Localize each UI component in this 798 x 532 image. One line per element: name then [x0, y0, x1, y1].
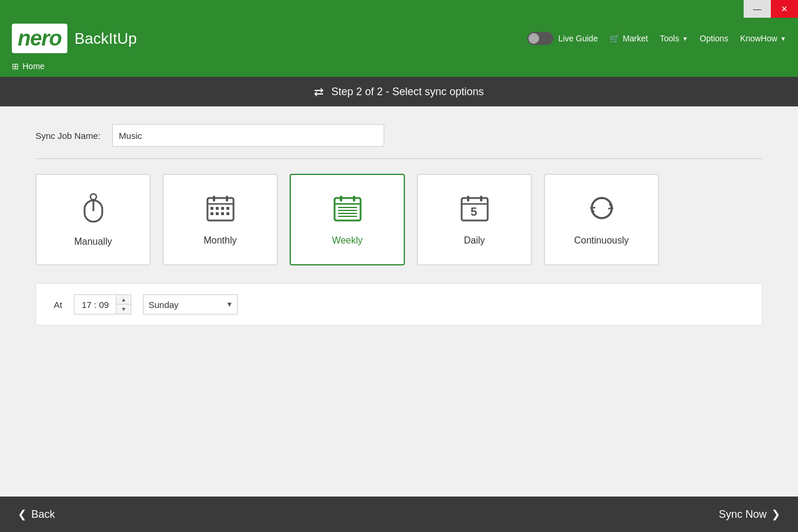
continuously-label: Continuously	[574, 235, 629, 246]
svg-rect-27	[480, 196, 482, 202]
minutes-value: 09	[99, 300, 109, 310]
knowhow-chevron-icon: ▼	[780, 35, 786, 42]
divider	[35, 158, 763, 159]
market-nav-item[interactable]: 🛒 Market	[609, 34, 648, 43]
sync-job-row: Sync Job Name:	[35, 124, 763, 147]
step-title: Step 2 of 2 - Select sync options	[331, 86, 484, 98]
svg-rect-7	[226, 196, 228, 202]
schedule-card-continuously[interactable]: Continuously	[544, 174, 659, 265]
app-header: nero BackItUp Live Guide 🛒 Market Tools …	[0, 0, 798, 77]
home-nav-item[interactable]: ⊞ Home	[12, 61, 44, 71]
svg-text:5: 5	[471, 205, 477, 218]
sync-now-button[interactable]: Sync Now ❯	[719, 508, 780, 521]
calendar-daily-icon: 5	[460, 193, 489, 229]
svg-point-2	[90, 194, 96, 200]
step-header: ⇄ Step 2 of 2 - Select sync options	[0, 77, 798, 106]
svg-rect-16	[335, 198, 361, 220]
options-label: Options	[700, 34, 728, 43]
tools-chevron-icon: ▼	[682, 35, 688, 42]
day-select[interactable]: Sunday Monday Tuesday Wednesday Thursday…	[143, 294, 238, 314]
back-chevron-icon: ❮	[18, 508, 27, 521]
logo-product: BackItUp	[74, 30, 137, 48]
schedule-card-manually[interactable]: Manually	[35, 174, 151, 265]
svg-rect-11	[226, 207, 229, 210]
calendar-monthly-icon	[206, 193, 235, 229]
close-button[interactable]: ✕	[771, 0, 798, 18]
manually-label: Manually	[74, 236, 112, 247]
knowhow-label: KnowHow	[740, 34, 777, 43]
sync-now-label: Sync Now	[719, 508, 767, 521]
market-icon: 🛒	[609, 34, 619, 43]
calendar-weekly-icon	[333, 193, 362, 229]
home-icon: ⊞	[12, 61, 19, 71]
svg-rect-10	[221, 207, 224, 210]
time-spinners: ▲ ▼	[116, 295, 131, 314]
market-label: Market	[622, 34, 648, 43]
svg-rect-14	[221, 212, 224, 215]
svg-rect-6	[213, 196, 215, 202]
svg-rect-12	[210, 212, 213, 215]
weekly-label: Weekly	[332, 235, 362, 246]
logo-nero: nero	[12, 24, 67, 53]
nav-right: Live Guide 🛒 Market Tools ▼ Options Know…	[527, 32, 786, 45]
toggle-switch[interactable]	[527, 32, 553, 45]
svg-rect-19	[353, 196, 355, 202]
live-guide-label: Live Guide	[558, 34, 598, 43]
tools-label: Tools	[660, 34, 679, 43]
sync-arrows-icon: ⇄	[314, 85, 324, 99]
sync-job-input[interactable]	[112, 124, 384, 147]
time-down-button[interactable]: ▼	[116, 304, 131, 314]
tools-nav-item[interactable]: Tools ▼	[660, 34, 688, 43]
back-button[interactable]: ❮ Back	[18, 508, 55, 521]
time-display: 17 : 09	[74, 296, 116, 313]
daily-label: Daily	[464, 235, 485, 246]
minimize-button[interactable]: —	[744, 0, 771, 18]
schedule-options: Manually Month	[35, 174, 763, 265]
time-input-wrapper: 17 : 09 ▲ ▼	[74, 294, 131, 314]
monthly-label: Monthly	[203, 235, 236, 246]
schedule-card-weekly[interactable]: Weekly	[290, 174, 405, 265]
logo-area: nero BackItUp	[12, 24, 137, 53]
refresh-icon	[587, 193, 617, 229]
time-up-button[interactable]: ▲	[116, 295, 131, 304]
options-nav-item[interactable]: Options	[700, 34, 728, 43]
day-select-wrapper: Sunday Monday Tuesday Wednesday Thursday…	[143, 294, 238, 314]
svg-rect-13	[216, 212, 219, 215]
schedule-card-daily[interactable]: 5 Daily	[417, 174, 532, 265]
back-label: Back	[31, 508, 55, 521]
home-label: Home	[22, 61, 44, 71]
main-content: Sync Job Name: Manually	[0, 106, 798, 497]
sync-now-chevron-icon: ❯	[771, 508, 780, 521]
svg-rect-18	[340, 196, 342, 202]
live-guide-toggle[interactable]: Live Guide	[527, 32, 598, 45]
schedule-card-monthly[interactable]: Monthly	[163, 174, 278, 265]
svg-rect-15	[226, 212, 229, 215]
sync-job-label: Sync Job Name:	[35, 131, 100, 141]
footer: ❮ Back Sync Now ❯	[0, 497, 798, 532]
svg-rect-9	[216, 207, 219, 210]
svg-rect-8	[210, 207, 213, 210]
at-label: At	[54, 300, 62, 310]
hours-value: 17	[82, 300, 92, 310]
mouse-icon	[80, 192, 107, 231]
svg-rect-26	[467, 196, 469, 202]
time-area: At 17 : 09 ▲ ▼ Sunday Monday Tuesday Wed…	[35, 283, 763, 326]
knowhow-nav-item[interactable]: KnowHow ▼	[740, 34, 786, 43]
